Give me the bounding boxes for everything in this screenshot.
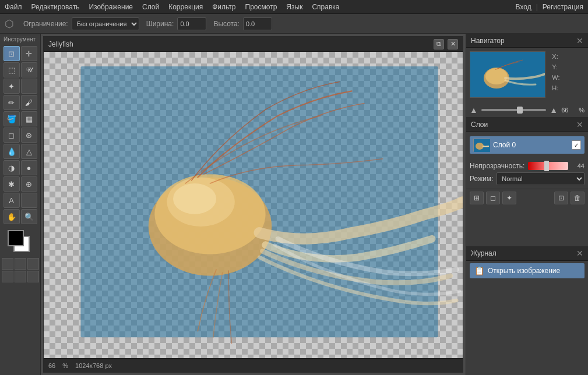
menu-items-right: Вход | Регистрация [516, 3, 583, 11]
tool-empty-2 [21, 193, 37, 208]
tool-lasso[interactable]: 𝒰 [21, 62, 37, 77]
navigator-zoom: ▲ ▲ 66 % [466, 103, 588, 117]
journal-title: Журнал [471, 249, 497, 257]
tool-empty-1 [21, 79, 37, 94]
menu-language[interactable]: Язык [286, 3, 302, 11]
canvas-controls: ⧉ ✕ [434, 39, 458, 49]
grid-item-5[interactable] [15, 271, 26, 282]
restriction-label: Ограничение: [23, 20, 68, 28]
menu-register[interactable]: Регистрация [543, 3, 583, 11]
menu-view[interactable]: Просмотр [245, 3, 277, 11]
tool-burn[interactable]: ● [21, 160, 37, 175]
navigator-close[interactable]: ✕ [576, 36, 583, 45]
zoom-slider[interactable] [481, 109, 547, 111]
restriction-select[interactable]: Без ограничения [72, 17, 139, 30]
tool-pencil[interactable]: ✏ [3, 95, 20, 110]
toolbar-height-group: Высота: [213, 17, 272, 30]
zoom-display: 66 [561, 107, 575, 114]
tool-zoom[interactable]: 🔍 [21, 209, 37, 224]
menu-image[interactable]: Изображение [89, 3, 133, 11]
menu-login[interactable]: Вход [516, 3, 531, 11]
layer-item[interactable]: Слой 0 ✓ [470, 136, 585, 154]
zoom-out-btn[interactable]: ▲ [470, 105, 478, 115]
layer-duplicate-btn[interactable]: ⊡ [554, 192, 568, 204]
canvas-title: Jellyfish [48, 40, 73, 48]
tool-magic-wand[interactable]: ✦ [3, 79, 20, 94]
menu-correction[interactable]: Коррекция [168, 3, 203, 11]
grid-item-6[interactable] [27, 271, 39, 282]
toolbar: ⬡ Ограничение: Без ограничения Ширина: В… [0, 14, 588, 34]
tool-select-ellipse[interactable]: ⬚ [3, 62, 20, 77]
tool-gradient[interactable]: ▦ [21, 111, 37, 126]
tool-paint-bucket[interactable]: 🪣 [3, 111, 20, 126]
width-input[interactable] [177, 17, 206, 30]
tool-row-5: 🪣 ▦ [3, 111, 37, 126]
journal-entry-text: Открыть изображение [488, 267, 560, 275]
color-selector[interactable] [8, 230, 33, 253]
journal-panel: Журнал ✕ 📋 Открыть изображение [466, 247, 588, 376]
tool-row-4: ✏ 🖌 [3, 95, 37, 110]
layer-fx-btn[interactable]: ✦ [502, 192, 516, 204]
tool-path[interactable]: ✱ [3, 176, 20, 192]
journal-titlebar: Журнал ✕ [466, 247, 588, 261]
mode-select[interactable]: Normal Dissolve Multiply Screen Overlay [497, 172, 585, 185]
menu-layer[interactable]: Слой [142, 3, 159, 11]
layer-visible-checkbox[interactable]: ✓ [572, 140, 581, 150]
layers-panel: Слои ✕ Слой 0 ✓ Н [466, 118, 588, 247]
layer-grid-btn[interactable]: ⊞ [470, 192, 484, 204]
opacity-slider[interactable] [528, 162, 568, 170]
canvas-area: Jellyfish ⧉ ✕ [41, 34, 466, 375]
mode-row: Режим: Normal Dissolve Multiply Screen O… [466, 172, 588, 189]
layer-delete-btn[interactable]: 🗑 [571, 192, 585, 204]
tool-blur[interactable]: 💧 [3, 144, 20, 159]
tool-row-3: ✦ [3, 79, 37, 94]
tool-row-8: ◑ ● [3, 160, 37, 175]
menu-file[interactable]: Файл [5, 3, 22, 11]
svg-point-4 [173, 183, 216, 214]
tool-sharpen[interactable]: △ [21, 144, 37, 159]
tool-select-rect[interactable]: ⊡ [3, 46, 20, 61]
grid-item-2[interactable] [15, 258, 26, 270]
nav-w: W: [552, 72, 559, 83]
zoom-in-btn[interactable]: ▲ [550, 105, 558, 115]
mode-label: Режим: [470, 175, 493, 183]
layers-close[interactable]: ✕ [576, 120, 583, 129]
tool-paintbrush[interactable]: 🖌 [21, 95, 37, 110]
grid-item-1[interactable] [2, 258, 13, 270]
tool-dodge[interactable]: ◑ [3, 160, 20, 175]
tool-row-6: ◻ ⊛ [3, 128, 37, 143]
journal-item[interactable]: 📋 Открыть изображение [470, 263, 585, 278]
canvas-titlebar: Jellyfish ⧉ ✕ [44, 37, 463, 52]
layers-content: Слой 0 ✓ [466, 132, 588, 158]
height-input[interactable] [243, 17, 272, 30]
menu-help[interactable]: Справка [312, 3, 339, 11]
foreground-color[interactable] [8, 230, 24, 246]
tool-row-10: A [3, 193, 37, 208]
layer-actions: ⊞ ◻ ✦ ⊡ 🗑 [466, 189, 588, 207]
layer-mask-btn[interactable]: ◻ [486, 192, 500, 204]
tool-text[interactable]: A [3, 193, 20, 208]
nav-h: H: [552, 83, 559, 93]
menu-items-left: Файл Редактировать Изображение Слой Корр… [5, 3, 339, 11]
tool-row-9: ✱ ⊕ [3, 176, 37, 192]
grid-item-3[interactable] [27, 258, 39, 270]
tool-transform[interactable]: ⊕ [21, 176, 37, 192]
canvas-statusbar: 66 % 1024x768 px [44, 358, 463, 372]
layer-name: Слой 0 [493, 141, 568, 149]
toolbar-restriction-group: Ограничение: Без ограничения [23, 17, 139, 30]
tool-move[interactable]: ✛ [21, 46, 37, 61]
nav-x: X: [552, 51, 559, 62]
tool-hand[interactable]: ✋ [3, 209, 20, 224]
menu-bar: Файл Редактировать Изображение Слой Корр… [0, 0, 588, 14]
canvas-content[interactable] [44, 52, 463, 358]
menu-edit[interactable]: Редактировать [31, 3, 80, 11]
canvas-close-btn[interactable]: ✕ [448, 39, 458, 49]
svg-point-7 [485, 68, 508, 84]
tool-eraser[interactable]: ◻ [3, 128, 20, 143]
grid-item-4[interactable] [2, 271, 13, 282]
menu-filter[interactable]: Фильтр [212, 3, 235, 11]
tool-stamp[interactable]: ⊛ [21, 128, 37, 143]
canvas-restore-btn[interactable]: ⧉ [434, 39, 444, 49]
svg-point-9 [476, 143, 484, 150]
journal-close[interactable]: ✕ [576, 249, 583, 258]
